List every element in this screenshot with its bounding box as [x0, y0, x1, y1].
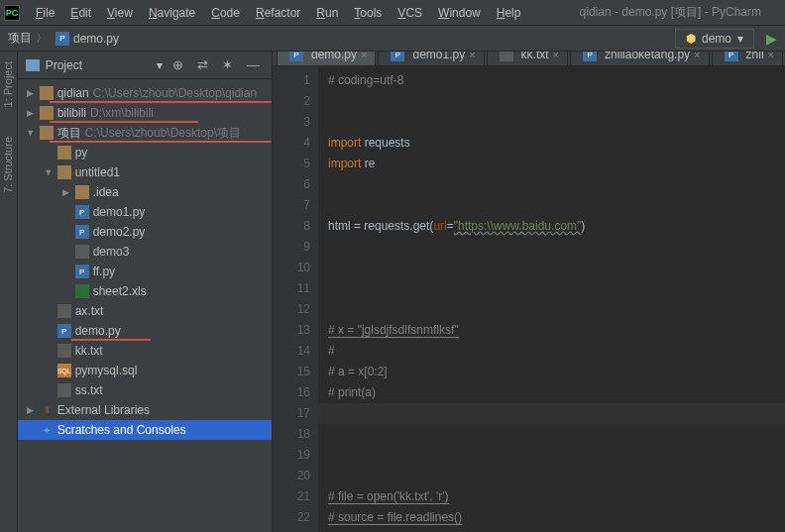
code-editor[interactable]: 12345678910111213141516171819202122 # co… — [273, 66, 785, 532]
python-icon: ⬢ — [686, 32, 696, 46]
tree-label: kk.txt — [75, 344, 103, 358]
editor-tab[interactable]: Pdemo.py× — [277, 52, 376, 65]
project-sidebar: Project ▾ ⊕ ⇄ ✶ — ▶qidianC:\Users\zhoub\… — [18, 52, 273, 532]
menu-navigate[interactable]: Navigate — [141, 3, 203, 23]
py-icon: P — [75, 205, 89, 219]
editor-tab[interactable]: Pzhiliaoketang.py× — [570, 52, 710, 65]
tree-node[interactable]: ▶⫴External Libraries — [18, 400, 272, 420]
tree-node[interactable]: ▶ax.txt — [18, 301, 272, 321]
close-icon[interactable]: × — [694, 52, 700, 60]
run-button[interactable]: ▶ — [766, 31, 777, 47]
gutter: 12345678910111213141516171819202122 — [273, 66, 318, 532]
tree-label: demo2.py — [93, 225, 146, 239]
tab-label: demo1.py — [412, 52, 465, 61]
breadcrumb-root[interactable]: 项目 — [8, 30, 32, 47]
menu-file[interactable]: File — [28, 3, 62, 23]
folder-icon — [75, 185, 89, 199]
tree-path: C:\Users\zhoub\Desktop\项目 — [85, 125, 241, 142]
txt-icon — [57, 304, 71, 318]
close-icon[interactable]: × — [553, 52, 559, 60]
tree-node[interactable]: ▼untitled1 — [18, 162, 272, 182]
code-content[interactable]: # coding=utf-8 import requestsimport re … — [318, 66, 785, 532]
tree-node[interactable]: ▶Pdemo.py — [18, 321, 272, 341]
tree-label: ax.txt — [75, 304, 104, 318]
close-icon[interactable]: × — [768, 52, 774, 60]
locate-icon[interactable]: ⊕ — [168, 57, 187, 72]
menu-run[interactable]: Run — [308, 3, 346, 23]
folder-icon — [40, 106, 54, 120]
tree-node[interactable]: ▶demo3 — [18, 242, 272, 262]
menu-edit[interactable]: Edit — [62, 3, 99, 23]
sidebar-title[interactable]: Project — [46, 58, 151, 72]
sql-icon: SQL — [57, 364, 71, 377]
hide-icon[interactable]: — — [243, 57, 264, 72]
editor-tab[interactable]: Pdemo1.py× — [378, 52, 484, 65]
tree-label: pymysql.sql — [75, 364, 138, 377]
tree-label: sheet2.xls — [93, 284, 147, 298]
collapse-icon[interactable]: ▼ — [26, 128, 36, 138]
txt-icon — [57, 344, 71, 358]
close-icon[interactable]: × — [469, 52, 475, 60]
collapse-icon[interactable]: ▼ — [44, 167, 54, 177]
expand-icon[interactable]: ▶ — [26, 108, 36, 118]
tree-label: .idea — [93, 185, 119, 199]
tree-label: untitled1 — [75, 165, 120, 179]
editor-tab[interactable]: Pzhil× — [712, 52, 783, 65]
project-tool-tab[interactable]: 1: Project — [2, 61, 14, 107]
menu-help[interactable]: Help — [489, 3, 529, 23]
editor-tab[interactable]: kk.txt× — [487, 52, 568, 65]
menu-refactor[interactable]: Refactor — [248, 3, 308, 23]
txt-icon — [75, 245, 89, 259]
tree-node[interactable]: ▼项目C:\Users\zhoub\Desktop\项目 — [18, 123, 272, 143]
tree-node[interactable]: ▶bilibiliD:\xm\bilibili — [18, 103, 272, 123]
editor-tabs: Pdemo.py×Pdemo1.py×kk.txt×Pzhiliaoketang… — [273, 52, 785, 66]
tree-node[interactable]: ▶Pdemo2.py — [18, 222, 272, 242]
txt-icon — [57, 383, 71, 397]
tree-node[interactable]: ▶Pff.py — [18, 262, 272, 281]
gear-icon[interactable]: ✶ — [218, 57, 237, 72]
menu-vcs[interactable]: VCS — [390, 3, 430, 23]
tree-node[interactable]: ▶SQLpymysql.sql — [18, 361, 272, 380]
expand-icon[interactable]: ▶ — [61, 187, 71, 197]
tree-label: bilibili — [57, 106, 86, 120]
tree-node[interactable]: ▶kk.txt — [18, 341, 272, 361]
menu-window[interactable]: Window — [430, 3, 489, 23]
tree-node[interactable]: ▶qidianC:\Users\zhoub\Desktop\qidian — [18, 83, 272, 103]
tab-label: demo.py — [311, 52, 357, 61]
tree-label: ss.txt — [75, 383, 103, 397]
scratch-icon: ✦ — [40, 423, 54, 437]
dropdown-icon[interactable]: ▾ — [157, 58, 163, 72]
tree-node[interactable]: ▶.idea — [18, 182, 272, 202]
menu-tools[interactable]: Tools — [346, 3, 390, 23]
breadcrumb-file[interactable]: demo.py — [73, 32, 119, 46]
tree-label: demo.py — [75, 324, 121, 338]
tab-label: zhiliaoketang.py — [605, 52, 690, 61]
tree-label: 项目 — [57, 125, 81, 142]
menu-code[interactable]: Code — [203, 3, 248, 23]
py-icon: P — [583, 52, 597, 61]
project-tree[interactable]: ▶qidianC:\Users\zhoub\Desktop\qidian▶bil… — [18, 79, 272, 532]
tree-node[interactable]: ▶Pdemo1.py — [18, 202, 272, 222]
app-icon: PC — [4, 5, 20, 21]
run-config-selector[interactable]: ⬢ demo ▾ — [675, 29, 754, 49]
tree-node[interactable]: ▶py — [18, 143, 272, 162]
folder-icon — [40, 86, 54, 100]
xls-icon — [75, 284, 89, 298]
txt-icon — [500, 52, 513, 61]
tree-node[interactable]: ▶ss.txt — [18, 380, 272, 400]
tree-node[interactable]: ▶✦Scratches and Consoles — [18, 420, 272, 440]
structure-tool-tab[interactable]: 7: Structure — [2, 137, 14, 193]
tree-label: External Libraries — [57, 403, 150, 417]
tree-node[interactable]: ▶sheet2.xls — [18, 281, 272, 301]
menu-view[interactable]: View — [99, 3, 141, 23]
window-title: qidian - demo.py [项目] - PyCharm — [580, 4, 781, 21]
close-icon[interactable]: × — [361, 52, 367, 60]
py-icon: P — [75, 225, 89, 239]
editor-area: Pdemo.py×Pdemo1.py×kk.txt×Pzhiliaoketang… — [273, 52, 785, 532]
py-icon: P — [289, 52, 303, 61]
nav-bar: 项目 〉 P demo.py ⬢ demo ▾ ▶ — [0, 26, 785, 52]
expand-icon[interactable]: ▶ — [26, 88, 36, 98]
expand-icon[interactable]: ▶ — [26, 405, 36, 415]
collapse-icon[interactable]: ⇄ — [193, 57, 212, 72]
tree-label: ff.py — [93, 265, 115, 278]
